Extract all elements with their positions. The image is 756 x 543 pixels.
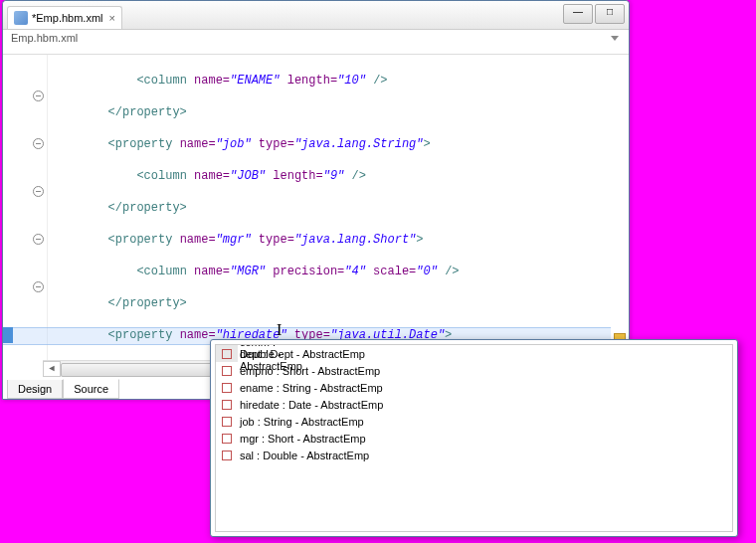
minimize-button[interactable]: — bbox=[563, 4, 593, 24]
autocomplete-list[interactable]: comm : Double - AbstractEmp dept : Dept … bbox=[215, 344, 733, 532]
autocomplete-item[interactable]: mgr : Short - AbstractEmp bbox=[216, 430, 732, 447]
titlebar: *Emp.hbm.xml × — □ bbox=[3, 1, 629, 30]
close-icon[interactable]: × bbox=[109, 12, 115, 24]
text-cursor-icon: I bbox=[277, 321, 282, 339]
fold-icon[interactable] bbox=[33, 186, 44, 197]
tab-title: *Emp.hbm.xml bbox=[32, 12, 103, 24]
scroll-left-icon[interactable]: ◄ bbox=[43, 361, 61, 377]
autocomplete-item[interactable]: job : String - AbstractEmp bbox=[216, 413, 732, 430]
breadcrumb[interactable]: Emp.hbm.xml bbox=[3, 30, 629, 55]
autocomplete-item[interactable]: hiredate : Date - AbstractEmp bbox=[216, 396, 732, 413]
tab-source[interactable]: Source bbox=[63, 379, 119, 399]
property-icon bbox=[222, 349, 232, 359]
property-icon bbox=[222, 417, 232, 427]
line-selection-marker bbox=[3, 327, 13, 343]
code-editor[interactable]: <column name="ENAME" length="10" /> </pr… bbox=[3, 55, 629, 371]
autocomplete-item[interactable]: comm : Double - AbstractEmp bbox=[216, 345, 238, 362]
fold-icon[interactable] bbox=[33, 234, 44, 245]
property-icon bbox=[222, 434, 232, 444]
file-tab[interactable]: *Emp.hbm.xml × bbox=[7, 6, 122, 29]
chevron-down-icon[interactable] bbox=[611, 36, 619, 41]
autocomplete-item[interactable]: ename : String - AbstractEmp bbox=[216, 379, 732, 396]
property-icon bbox=[222, 383, 232, 393]
file-icon bbox=[14, 11, 28, 25]
property-icon bbox=[222, 400, 232, 410]
autocomplete-popup: comm : Double - AbstractEmp dept : Dept … bbox=[210, 339, 738, 537]
maximize-button[interactable]: □ bbox=[595, 4, 625, 24]
tab-design[interactable]: Design bbox=[7, 380, 63, 399]
code-area[interactable]: <column name="ENAME" length="10" /> </pr… bbox=[47, 55, 611, 371]
property-icon bbox=[222, 366, 232, 376]
gutter bbox=[3, 55, 48, 371]
fold-icon[interactable] bbox=[33, 138, 44, 149]
property-icon bbox=[222, 451, 232, 460]
fold-icon[interactable] bbox=[33, 281, 44, 292]
bottom-tabs: Design Source bbox=[3, 377, 119, 399]
fold-icon[interactable] bbox=[33, 90, 44, 101]
autocomplete-item[interactable]: sal : Double - AbstractEmp bbox=[216, 447, 732, 463]
